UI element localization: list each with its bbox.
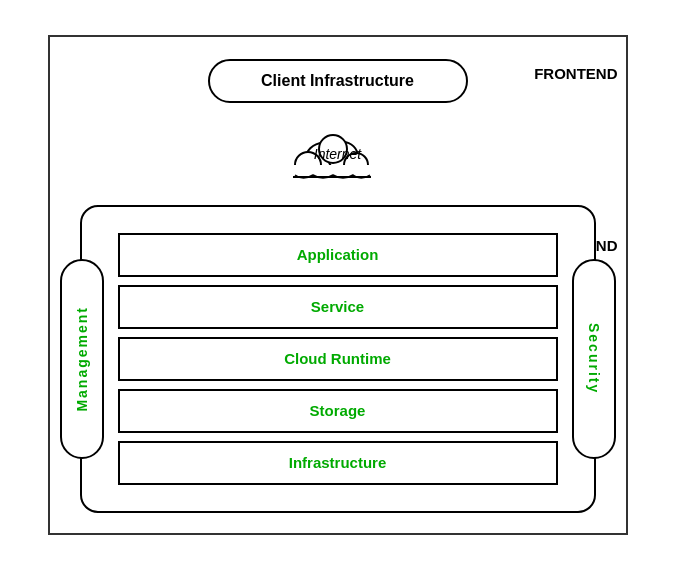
outer-box: FRONTEND Client Infrastructure Internet … (48, 35, 628, 535)
internet-cloud: Internet (278, 119, 398, 189)
frontend-label: FRONTEND (534, 65, 617, 82)
security-label: Security (586, 323, 602, 394)
management-oval: Management (60, 259, 104, 459)
layer-storage: Storage (118, 389, 558, 433)
backend-box: Management Security Application Service … (80, 205, 596, 513)
client-infrastructure: Client Infrastructure (208, 59, 468, 103)
layer-cloud-runtime: Cloud Runtime (118, 337, 558, 381)
internet-label: Internet (314, 146, 361, 162)
security-oval: Security (572, 259, 616, 459)
layer-infrastructure: Infrastructure (118, 441, 558, 485)
management-label: Management (74, 306, 90, 412)
layer-application: Application (118, 233, 558, 277)
layers-container: Application Service Cloud Runtime Storag… (118, 223, 558, 495)
layer-service: Service (118, 285, 558, 329)
